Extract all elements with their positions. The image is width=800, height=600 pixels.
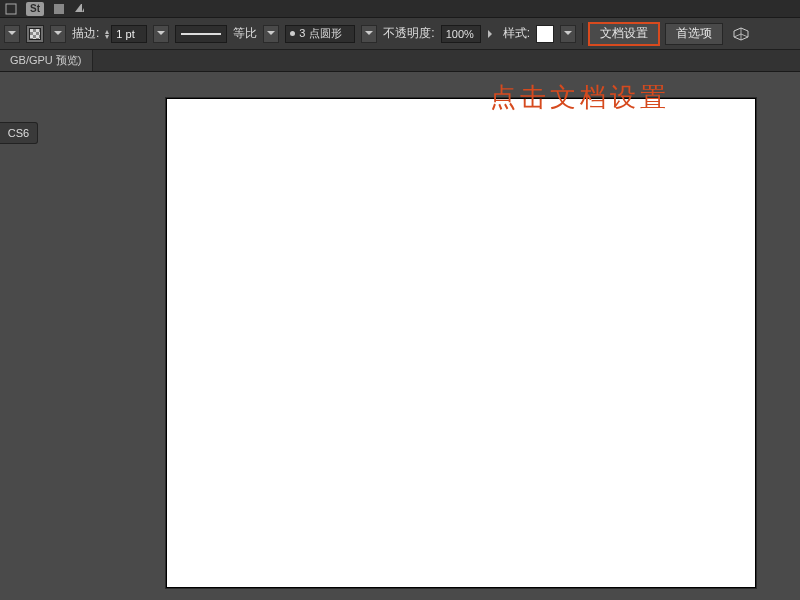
style-dropdown[interactable] bbox=[560, 25, 576, 43]
artboard-canvas[interactable] bbox=[166, 98, 756, 588]
collapsed-panel-tab[interactable]: CS6 bbox=[0, 122, 38, 144]
document-setup-button[interactable]: 文档设置 bbox=[589, 23, 659, 45]
brush-profile-dropdown[interactable] bbox=[361, 25, 377, 43]
opacity-field[interactable]: 100% bbox=[441, 25, 481, 43]
brush-profile-label: 3 点圆形 bbox=[299, 26, 341, 41]
document-tab-strip: GB/GPU 预览) bbox=[0, 50, 800, 72]
stroke-line-icon bbox=[181, 33, 221, 35]
app-menubar: St bbox=[0, 0, 800, 18]
opacity-popup-caret[interactable] bbox=[487, 30, 497, 38]
opacity-label: 不透明度: bbox=[383, 25, 434, 42]
stroke-label: 描边: bbox=[72, 25, 99, 42]
workspace-switcher-icon[interactable] bbox=[74, 2, 94, 16]
separator bbox=[582, 23, 583, 45]
style-swatch[interactable] bbox=[536, 25, 554, 43]
svg-rect-1 bbox=[54, 4, 64, 14]
stock-icon[interactable]: St bbox=[26, 2, 44, 16]
uniform-label: 等比 bbox=[233, 25, 257, 42]
svg-rect-0 bbox=[6, 4, 16, 14]
stroke-weight-field[interactable]: 1 pt bbox=[111, 25, 147, 43]
style-label: 样式: bbox=[503, 25, 530, 42]
selection-mode-dropdown[interactable] bbox=[4, 25, 20, 43]
app-logo-icon[interactable] bbox=[4, 2, 18, 16]
workspace-area: CS6 点击文档设置 bbox=[0, 72, 800, 600]
fill-swatch[interactable] bbox=[26, 25, 44, 43]
preferences-button[interactable]: 首选项 bbox=[665, 23, 723, 45]
stroke-weight-dropdown[interactable] bbox=[153, 25, 169, 43]
pattern-icon bbox=[29, 28, 41, 40]
stroke-weight-stepper[interactable]: ▴▾ 1 pt bbox=[105, 25, 147, 43]
app-small-icon[interactable] bbox=[52, 2, 66, 16]
stroke-profile-sample[interactable] bbox=[175, 25, 227, 43]
arrange-documents-icon[interactable] bbox=[729, 24, 753, 44]
fill-dropdown[interactable] bbox=[50, 25, 66, 43]
brush-dot-icon bbox=[290, 31, 295, 36]
stroke-profile-dropdown[interactable] bbox=[263, 25, 279, 43]
brush-profile-select[interactable]: 3 点圆形 bbox=[285, 25, 355, 43]
control-bar: 描边: ▴▾ 1 pt 等比 3 点圆形 不透明度: 100% 样式: 文档设置… bbox=[0, 18, 800, 50]
stepper-arrows-icon: ▴▾ bbox=[105, 29, 109, 39]
document-tab[interactable]: GB/GPU 预览) bbox=[0, 50, 93, 71]
